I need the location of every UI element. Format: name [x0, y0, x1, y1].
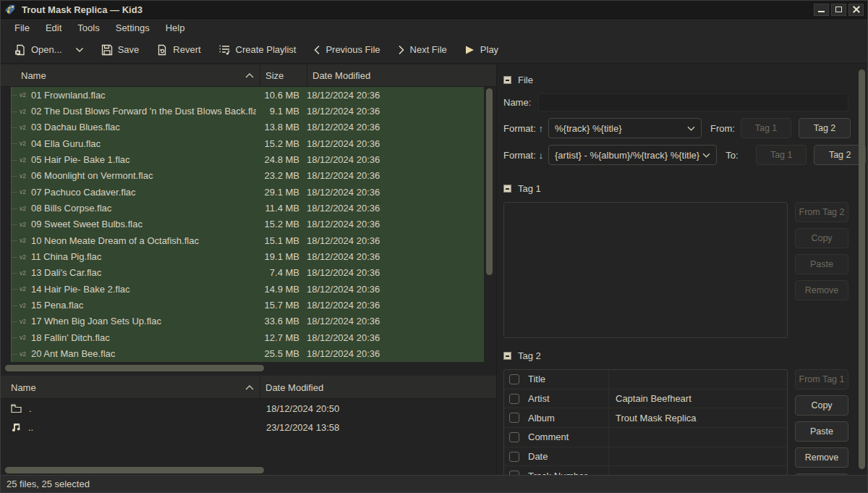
- open-button[interactable]: Open...: [8, 40, 69, 60]
- panel-button[interactable]: From Tag 2: [795, 202, 848, 222]
- menu-edit[interactable]: Edit: [38, 20, 69, 35]
- table-row[interactable]: v2 18 Fallin' Ditch.flac 12.7 MB 18/12/2…: [1, 329, 484, 345]
- file-section-header[interactable]: File: [503, 73, 848, 86]
- tag-field-row[interactable]: Title: [504, 370, 787, 389]
- panel-button[interactable]: From Tag 1: [795, 369, 848, 389]
- table-row[interactable]: v2 11 China Pig.flac 19.1 MB 18/12/2024 …: [1, 248, 484, 264]
- column-header-modified[interactable]: Date Modified: [307, 64, 496, 86]
- table-row[interactable]: v2 03 Dachau Blues.flac 13.8 MB 18/12/20…: [1, 119, 484, 135]
- field-checkbox[interactable]: [509, 394, 519, 404]
- file-date-modified: 18/12/2024 20:36: [302, 170, 484, 181]
- file-list-hscrollbar[interactable]: [1, 363, 496, 373]
- from-tag1-button[interactable]: Tag 1: [741, 118, 791, 138]
- collapse-icon[interactable]: [503, 76, 511, 84]
- previous-file-button[interactable]: Previous File: [307, 40, 386, 59]
- panel-button[interactable]: Paste: [795, 421, 848, 442]
- maximize-button[interactable]: [831, 4, 846, 16]
- table-row[interactable]: v2 15 Pena.flac 15.7 MB 18/12/2024 20:36: [1, 297, 484, 313]
- field-value[interactable]: [609, 447, 787, 466]
- file-name: 13 Dali's Car.flac: [31, 267, 256, 278]
- column-header-size[interactable]: Size: [260, 64, 307, 86]
- file-name: 08 Bills Corpse.flac: [31, 203, 256, 214]
- table-row[interactable]: v2 14 Hair Pie- Bake 2.flac 14.9 MB 18/1…: [1, 281, 484, 297]
- panel-button[interactable]: Copy: [795, 395, 848, 416]
- tag1-section-header[interactable]: Tag 1: [503, 182, 848, 195]
- play-button[interactable]: Play: [458, 40, 505, 59]
- to-tag1-button[interactable]: Tag 1: [756, 145, 807, 165]
- file-size: 15.7 MB: [256, 300, 302, 311]
- format-from-combobox[interactable]: %{track} %{title}: [548, 118, 702, 138]
- table-row[interactable]: v2 07 Pachuco Cadaver.flac 29.1 MB 18/12…: [1, 184, 484, 200]
- close-button[interactable]: [848, 4, 864, 16]
- tag-field-row[interactable]: Track Number: [504, 466, 787, 475]
- collapse-icon[interactable]: [503, 185, 511, 193]
- field-value[interactable]: Captain Beefheart: [609, 389, 787, 408]
- file-date-modified: 18/12/2024 20:36: [302, 138, 484, 149]
- from-tag2-button[interactable]: Tag 2: [799, 118, 851, 138]
- table-row[interactable]: v2 05 Hair Pie- Bake 1.flac 24.8 MB 18/1…: [1, 151, 484, 167]
- create-playlist-button[interactable]: Create Playlist: [212, 40, 303, 60]
- column-header-name[interactable]: Name: [1, 64, 260, 86]
- file-name: 06 Moonlight on Vermont.flac: [31, 170, 256, 181]
- tag-v2-badge: v2: [20, 140, 31, 147]
- filename-input[interactable]: [538, 93, 848, 111]
- chevron-down-icon: [702, 153, 710, 158]
- menu-help[interactable]: Help: [158, 20, 193, 35]
- field-value[interactable]: Trout Mask Replica: [609, 408, 787, 427]
- table-row[interactable]: v2 01 Frownland.flac 10.6 MB 18/12/2024 …: [1, 87, 484, 103]
- tag-field-row[interactable]: Date: [504, 447, 787, 467]
- table-row[interactable]: v2 04 Ella Guru.flac 15.2 MB 18/12/2024 …: [1, 135, 484, 151]
- hscrollbar-handle[interactable]: [5, 467, 264, 473]
- table-row[interactable]: v2 02 The Dust Blows Forward 'n the Dust…: [1, 103, 484, 119]
- field-checkbox[interactable]: [509, 452, 519, 462]
- field-checkbox[interactable]: [509, 413, 519, 423]
- list-item[interactable]: . 18/12/2024 20:50: [1, 399, 496, 418]
- next-file-button[interactable]: Next File: [391, 40, 454, 59]
- file-date-modified: 18/12/2024 20:36: [302, 235, 484, 246]
- format-to-combobox[interactable]: {artist} - %{album}/%{track} %{title}: [548, 145, 717, 165]
- panel-button[interactable]: Copy: [795, 228, 848, 248]
- field-checkbox[interactable]: [509, 374, 519, 384]
- table-row[interactable]: v2 13 Dali's Car.flac 7.4 MB 18/12/2024 …: [1, 265, 484, 281]
- hscrollbar-handle[interactable]: [5, 365, 264, 371]
- open-dropdown-button[interactable]: [69, 43, 90, 57]
- table-row[interactable]: v2 06 Moonlight on Vermont.flac 23.2 MB …: [1, 168, 484, 184]
- panel-button[interactable]: Remove: [795, 447, 848, 468]
- file-date-modified: 18/12/2024 20:36: [302, 154, 484, 165]
- tree-branch-line: [12, 143, 17, 144]
- column-header-name[interactable]: Name: [1, 376, 260, 398]
- field-value[interactable]: [609, 428, 787, 447]
- file-size: 24.8 MB: [256, 154, 302, 165]
- field-value[interactable]: [609, 370, 787, 389]
- menu-tools[interactable]: Tools: [69, 20, 107, 35]
- title-bar[interactable]: Trout Mask Replica — Kid3: [1, 1, 867, 19]
- tag1-fields-frame[interactable]: [503, 202, 788, 338]
- tag-editor-vscrollbar[interactable]: [859, 69, 865, 469]
- table-row[interactable]: v2 09 Sweet Sweet Bulbs.flac 15.2 MB 18/…: [1, 216, 484, 232]
- dir-list-hscrollbar[interactable]: [1, 465, 496, 475]
- menu-file[interactable]: File: [7, 20, 38, 35]
- tag2-section-header[interactable]: Tag 2: [503, 349, 848, 362]
- table-row[interactable]: v2 10 Neon Meate Dream of a Octafish.fla…: [1, 232, 484, 248]
- menu-settings[interactable]: Settings: [108, 20, 158, 35]
- table-row[interactable]: v2 20 Ant Man Bee.flac 25.5 MB 18/12/202…: [1, 346, 484, 362]
- minimize-button[interactable]: [814, 4, 829, 16]
- field-value[interactable]: [609, 466, 787, 475]
- tree-branch-line: [12, 306, 17, 306]
- tag-field-row[interactable]: Album Trout Mask Replica: [504, 408, 787, 428]
- panel-button[interactable]: Paste: [795, 254, 848, 274]
- play-icon: [464, 45, 475, 55]
- tag-field-row[interactable]: Artist Captain Beefheart: [504, 389, 787, 409]
- table-row[interactable]: v2 08 Bills Corpse.flac 11.4 MB 18/12/20…: [1, 200, 484, 216]
- field-checkbox[interactable]: [509, 432, 519, 442]
- list-item[interactable]: .. 23/12/2024 13:58: [1, 418, 496, 437]
- revert-button[interactable]: Revert: [150, 40, 207, 60]
- file-list-vscrollbar[interactable]: [486, 88, 493, 275]
- tag-field-row[interactable]: Comment: [504, 428, 787, 447]
- table-row[interactable]: v2 17 When Big Joan Sets Up.flac 33.6 MB…: [1, 313, 484, 329]
- collapse-icon[interactable]: [503, 352, 511, 360]
- save-button[interactable]: Save: [95, 40, 146, 60]
- tree-branch-line: [12, 337, 17, 338]
- panel-button[interactable]: Remove: [795, 280, 848, 300]
- column-header-modified[interactable]: Date Modified: [260, 376, 496, 398]
